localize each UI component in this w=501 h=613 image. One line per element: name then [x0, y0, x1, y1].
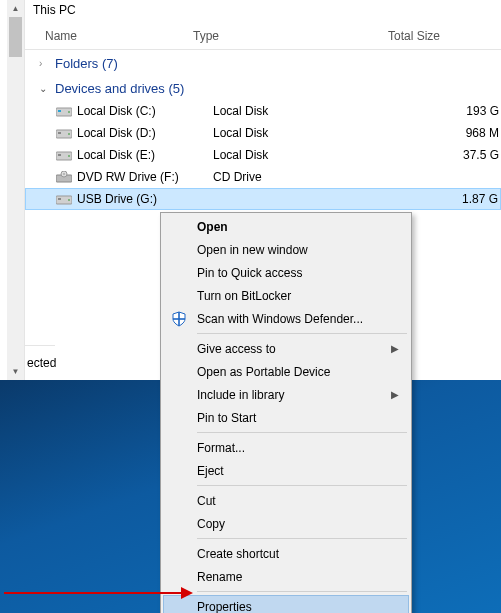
drive-type: Local Disk: [213, 104, 408, 118]
menu-item[interactable]: Give access to▶: [163, 337, 409, 360]
drive-name: Local Disk (D:): [73, 126, 213, 140]
drive-size: 968 M: [408, 126, 501, 140]
group-folders-label: Folders (7): [55, 56, 118, 71]
drive-row[interactable]: USB Drive (G:)1.87 G: [25, 188, 501, 210]
submenu-arrow-icon: ▶: [391, 389, 399, 400]
menu-item-label: Pin to Quick access: [197, 266, 302, 280]
menu-item[interactable]: Cut: [163, 489, 409, 512]
menu-item[interactable]: Include in library▶: [163, 383, 409, 406]
drive-name: Local Disk (E:): [73, 148, 213, 162]
drive-type: CD Drive: [213, 170, 408, 184]
svg-point-14: [68, 199, 70, 201]
menu-item-label: Properties: [197, 600, 252, 614]
drive-row[interactable]: Local Disk (E:)Local Disk37.5 G: [25, 144, 501, 166]
svg-point-2: [68, 111, 70, 113]
svg-rect-7: [58, 154, 61, 156]
drive-size: 37.5 G: [408, 148, 501, 162]
menu-item-label: Copy: [197, 517, 225, 531]
column-header-type[interactable]: Type: [193, 29, 388, 43]
menu-item[interactable]: Open as Portable Device: [163, 360, 409, 383]
group-drives[interactable]: ⌄ Devices and drives (5): [25, 75, 501, 100]
menu-item[interactable]: Create shortcut: [163, 542, 409, 565]
menu-item-label: Open in new window: [197, 243, 308, 257]
svg-rect-13: [58, 198, 61, 200]
menu-item[interactable]: Open: [163, 215, 409, 238]
group-folders[interactable]: › Folders (7): [25, 50, 501, 75]
menu-item-label: Open: [197, 220, 228, 234]
menu-item[interactable]: Format...: [163, 436, 409, 459]
menu-separator: [197, 333, 407, 334]
menu-item[interactable]: Pin to Start: [163, 406, 409, 429]
drive-name: Local Disk (C:): [73, 104, 213, 118]
menu-item-label: Open as Portable Device: [197, 365, 330, 379]
menu-item[interactable]: Eject: [163, 459, 409, 482]
svg-point-8: [68, 155, 70, 157]
group-drives-label: Devices and drives (5): [55, 81, 184, 96]
svg-rect-4: [58, 132, 61, 134]
menu-item[interactable]: Open in new window: [163, 238, 409, 261]
chevron-right-icon: ›: [39, 58, 49, 69]
drive-name: DVD RW Drive (F:): [73, 170, 213, 184]
scroll-up-icon[interactable]: ▲: [7, 0, 24, 17]
annotation-arrow: [4, 592, 184, 594]
menu-item[interactable]: Rename: [163, 565, 409, 588]
menu-separator: [197, 538, 407, 539]
svg-point-5: [68, 133, 70, 135]
drive-icon: [55, 171, 73, 183]
menu-item-label: Give access to: [197, 342, 276, 356]
drive-size: 1.87 G: [408, 192, 500, 206]
menu-separator: [197, 591, 407, 592]
menu-item-label: Create shortcut: [197, 547, 279, 561]
menu-item-label: Eject: [197, 464, 224, 478]
menu-item[interactable]: Pin to Quick access: [163, 261, 409, 284]
menu-item-label: Turn on BitLocker: [197, 289, 291, 303]
menu-item[interactable]: Scan with Windows Defender...: [163, 307, 409, 330]
drive-icon: [55, 105, 73, 117]
menu-item-label: Rename: [197, 570, 242, 584]
menu-separator: [197, 485, 407, 486]
menu-separator: [197, 432, 407, 433]
defender-icon: [169, 311, 189, 327]
menu-item-label: Scan with Windows Defender...: [197, 312, 363, 326]
svg-point-11: [63, 173, 65, 175]
submenu-arrow-icon: ▶: [391, 343, 399, 354]
menu-item-label: Pin to Start: [197, 411, 256, 425]
scroll-down-icon[interactable]: ▼: [7, 363, 24, 380]
drive-name: USB Drive (G:): [73, 192, 213, 206]
scroll-thumb[interactable]: [9, 17, 22, 57]
navigation-pane: ▲ ▼: [0, 0, 25, 380]
menu-item[interactable]: Properties: [163, 595, 409, 613]
drive-size: 193 G: [408, 104, 501, 118]
drive-type: Local Disk: [213, 148, 408, 162]
nav-scrollbar[interactable]: ▲ ▼: [7, 0, 24, 380]
svg-rect-1: [58, 110, 61, 112]
menu-item-label: Format...: [197, 441, 245, 455]
drive-icon: [55, 193, 73, 205]
drive-row[interactable]: Local Disk (C:)Local Disk193 G: [25, 100, 501, 122]
column-headers: Name Type Total Size: [25, 21, 501, 50]
drive-row[interactable]: DVD RW Drive (F:)CD Drive: [25, 166, 501, 188]
drive-icon: [55, 149, 73, 161]
menu-item-label: Cut: [197, 494, 216, 508]
column-header-size[interactable]: Total Size: [388, 29, 501, 43]
drive-row[interactable]: Local Disk (D:)Local Disk968 M: [25, 122, 501, 144]
chevron-down-icon: ⌄: [39, 83, 49, 94]
location-breadcrumb[interactable]: This PC: [25, 0, 501, 21]
context-menu: OpenOpen in new windowPin to Quick acces…: [160, 212, 412, 613]
menu-item[interactable]: Copy: [163, 512, 409, 535]
menu-item[interactable]: Turn on BitLocker: [163, 284, 409, 307]
column-header-name[interactable]: Name: [25, 29, 193, 43]
status-bar-fragment: ected: [25, 345, 55, 380]
svg-rect-16: [173, 318, 185, 320]
menu-item-label: Include in library: [197, 388, 284, 402]
drive-icon: [55, 127, 73, 139]
drive-type: Local Disk: [213, 126, 408, 140]
drive-list: Local Disk (C:)Local Disk193 GLocal Disk…: [25, 100, 501, 210]
